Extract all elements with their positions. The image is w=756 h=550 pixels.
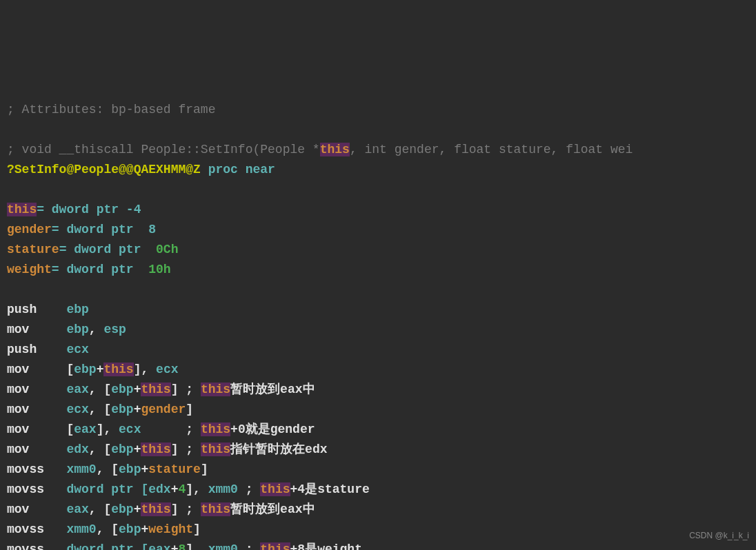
register: ebp [119,522,141,536]
bracket: ] ; [171,502,201,516]
register: eax [66,502,88,516]
proc-label: ?SetInfo@People@@QAEXHMM@Z [7,163,201,176]
var-gender: gender [7,223,52,236]
register: edx [66,442,88,456]
var-def: = dword ptr -4 [37,203,141,216]
type-spec: dword ptr [ [66,542,148,550]
literal-value: 4 [178,482,186,496]
mnemonic: movss [7,542,44,550]
mnemonic: mov [7,323,29,336]
bracket: , [ [89,403,111,416]
bracket: , [ [89,502,111,516]
comment-line: ; Attributes: bp-based frame [7,103,215,116]
mnemonic: movss [7,462,44,476]
bracket: [ [66,363,74,376]
register: xmm0 [208,482,238,496]
this-highlight: this [201,383,230,396]
op: + [141,522,148,536]
bracket: ] [201,462,208,476]
this-highlight: this [141,442,170,456]
op: + [97,363,104,376]
var-this: this [7,203,37,216]
this-highlight: this [141,502,170,516]
op: + [134,502,141,516]
sep: , [89,323,104,336]
var-ref: weight [148,522,193,536]
sep: ; [238,482,260,496]
mnemonic: movss [7,522,44,536]
sep: ; [238,542,260,550]
register: ecx [156,363,178,376]
comment-text: 暂时放到eax中 [230,383,315,396]
bracket: , [ [97,522,119,536]
type-spec: dword ptr [ [66,482,148,496]
this-highlight: this [103,363,133,376]
bracket: ] [193,522,201,536]
literal-value: 10h [148,263,170,276]
register: ebp [119,462,141,476]
op: + [134,442,141,456]
register: ecx [119,422,141,436]
literal-value: 8 [178,542,186,550]
mnemonic: push [7,303,37,316]
bracket: ], [134,363,156,376]
register: xmm0 [66,462,96,476]
signature-comment: ; void __thiscall People::SetInfo(People… [7,143,320,156]
bracket: , [ [89,383,111,396]
this-highlight: this [201,502,230,516]
comment-text: 指针暂时放在edx [230,442,327,456]
register: edx [148,482,170,496]
bracket: ] ; [171,442,201,456]
comment-text: 暂时放到eax中 [230,502,315,516]
register: ebp [111,403,133,416]
register: ebp [66,303,88,316]
sep: ; [141,422,200,436]
var-def: = dword ptr [52,263,148,276]
mnemonic: mov [7,403,29,416]
mnemonic: movss [7,482,44,496]
op: + [141,462,148,476]
var-def: = dword ptr [59,243,156,256]
op: + [134,383,141,396]
register: eax [148,542,170,550]
this-highlight: this [201,442,230,456]
proc-keyword: proc near [201,163,275,176]
mnemonic: push [7,343,37,356]
var-def: = dword ptr 8 [52,223,156,236]
register: xmm0 [66,522,96,536]
bracket: ], [97,422,119,436]
register: xmm0 [208,542,238,550]
this-highlight: this [260,482,290,496]
op: + [134,403,141,416]
bracket: ] ; [171,383,201,396]
comment-text: +0就是gender [230,422,315,436]
register: ebp [111,442,133,456]
register: ebp [74,363,96,376]
this-highlight: this [201,422,230,436]
var-stature: stature [7,243,59,256]
this-highlight: this [141,383,170,396]
op: + [171,482,179,496]
disassembly-view: ; Attributes: bp-based frame ; void __th… [7,80,749,550]
bracket: , [ [97,462,119,476]
register: eax [66,383,88,396]
mnemonic: mov [7,442,29,456]
register: eax [74,422,96,436]
register: esp [103,323,126,336]
bracket: , [ [89,442,111,456]
mnemonic: mov [7,363,29,376]
register: ecx [66,403,88,416]
this-highlight: this [320,143,350,156]
mnemonic: mov [7,422,29,436]
mnemonic: mov [7,383,29,396]
comment-text: +4是stature [290,482,370,496]
bracket: [ [66,422,74,436]
var-weight: weight [7,263,52,276]
register: ebp [111,383,133,396]
register: ebp [111,502,133,516]
bracket: ], [186,482,208,496]
bracket: ], [186,542,208,550]
comment-text: +8是weight [290,542,362,550]
register: ebp [66,323,88,336]
var-ref: stature [148,462,201,476]
